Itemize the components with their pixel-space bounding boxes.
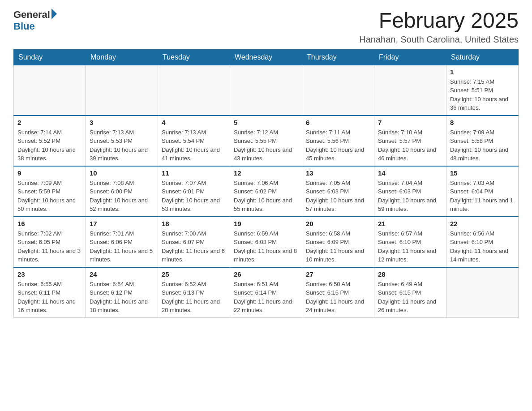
day-info: Sunrise: 6:58 AMSunset: 6:09 PMDaylight:…	[306, 229, 370, 264]
day-info: Sunrise: 7:01 AMSunset: 6:06 PMDaylight:…	[90, 229, 154, 264]
calendar-cell: 17Sunrise: 7:01 AMSunset: 6:06 PMDayligh…	[86, 217, 158, 267]
calendar-cell: 15Sunrise: 7:03 AMSunset: 6:04 PMDayligh…	[446, 166, 519, 217]
location-title: Hanahan, South Carolina, United States	[359, 34, 519, 45]
weekday-header-row: SundayMondayTuesdayWednesdayThursdayFrid…	[14, 49, 519, 65]
day-info: Sunrise: 7:10 AMSunset: 5:57 PMDaylight:…	[378, 128, 442, 163]
logo-blue-text: Blue	[13, 21, 35, 32]
month-title: February 2025	[359, 9, 519, 33]
day-number: 2	[17, 119, 82, 126]
day-number: 27	[306, 270, 370, 278]
day-info: Sunrise: 6:52 AMSunset: 6:13 PMDaylight:…	[162, 280, 226, 315]
calendar-cell: 3Sunrise: 7:13 AMSunset: 5:53 PMDaylight…	[86, 116, 158, 166]
calendar-cell	[302, 65, 374, 116]
calendar-cell	[86, 65, 158, 116]
calendar-cell: 10Sunrise: 7:08 AMSunset: 6:00 PMDayligh…	[86, 166, 158, 217]
page-header: General Blue February 2025 Hanahan, Sout…	[13, 9, 519, 45]
day-info: Sunrise: 7:13 AMSunset: 5:53 PMDaylight:…	[90, 128, 154, 163]
day-number: 23	[17, 270, 82, 278]
calendar-cell: 9Sunrise: 7:09 AMSunset: 5:59 PMDaylight…	[14, 166, 86, 217]
title-area: February 2025 Hanahan, South Carolina, U…	[359, 9, 519, 45]
calendar-week-row: 23Sunrise: 6:55 AMSunset: 6:11 PMDayligh…	[14, 267, 519, 318]
day-number: 20	[306, 220, 370, 227]
calendar-cell: 2Sunrise: 7:14 AMSunset: 5:52 PMDaylight…	[14, 116, 86, 166]
day-number: 5	[234, 119, 298, 126]
day-number: 13	[306, 169, 370, 177]
day-info: Sunrise: 6:51 AMSunset: 6:14 PMDaylight:…	[234, 280, 298, 315]
day-number: 19	[234, 220, 298, 227]
calendar-cell	[230, 65, 302, 116]
day-info: Sunrise: 7:06 AMSunset: 6:02 PMDaylight:…	[234, 179, 298, 214]
day-info: Sunrise: 6:54 AMSunset: 6:12 PMDaylight:…	[90, 280, 154, 315]
day-info: Sunrise: 6:57 AMSunset: 6:10 PMDaylight:…	[378, 229, 442, 264]
calendar-cell: 20Sunrise: 6:58 AMSunset: 6:09 PMDayligh…	[302, 217, 374, 267]
day-info: Sunrise: 7:00 AMSunset: 6:07 PMDaylight:…	[162, 229, 226, 264]
day-info: Sunrise: 7:15 AMSunset: 5:51 PMDaylight:…	[450, 77, 515, 112]
day-number: 15	[450, 169, 515, 177]
day-number: 26	[234, 270, 298, 278]
logo-general-text: General	[13, 9, 50, 21]
day-number: 7	[378, 119, 442, 126]
weekday-header-monday: Monday	[86, 49, 158, 65]
day-number: 1	[450, 68, 515, 76]
calendar-cell: 26Sunrise: 6:51 AMSunset: 6:14 PMDayligh…	[230, 267, 302, 318]
calendar-week-row: 16Sunrise: 7:02 AMSunset: 6:05 PMDayligh…	[14, 217, 519, 267]
logo-arrow-icon	[51, 9, 57, 19]
day-info: Sunrise: 7:09 AMSunset: 5:59 PMDaylight:…	[17, 179, 82, 214]
calendar-cell	[158, 65, 230, 116]
day-info: Sunrise: 7:07 AMSunset: 6:01 PMDaylight:…	[162, 179, 226, 214]
day-number: 28	[378, 270, 442, 278]
weekday-header-sunday: Sunday	[14, 49, 86, 65]
day-number: 3	[90, 119, 154, 126]
calendar-cell: 11Sunrise: 7:07 AMSunset: 6:01 PMDayligh…	[158, 166, 230, 217]
calendar-cell: 8Sunrise: 7:09 AMSunset: 5:58 PMDaylight…	[446, 116, 519, 166]
logo: General Blue	[13, 9, 57, 32]
day-number: 24	[90, 270, 154, 278]
day-number: 17	[90, 220, 154, 227]
calendar-cell: 4Sunrise: 7:13 AMSunset: 5:54 PMDaylight…	[158, 116, 230, 166]
day-number: 14	[378, 169, 442, 177]
calendar-body: 1Sunrise: 7:15 AMSunset: 5:51 PMDaylight…	[14, 65, 519, 317]
day-number: 11	[162, 169, 226, 177]
day-number: 4	[162, 119, 226, 126]
calendar-cell: 7Sunrise: 7:10 AMSunset: 5:57 PMDaylight…	[374, 116, 446, 166]
day-number: 10	[90, 169, 154, 177]
day-info: Sunrise: 7:08 AMSunset: 6:00 PMDaylight:…	[90, 179, 154, 214]
calendar-cell: 23Sunrise: 6:55 AMSunset: 6:11 PMDayligh…	[14, 267, 86, 318]
day-number: 22	[450, 220, 515, 227]
calendar-cell	[14, 65, 86, 116]
calendar-week-row: 2Sunrise: 7:14 AMSunset: 5:52 PMDaylight…	[14, 116, 519, 166]
calendar-cell: 25Sunrise: 6:52 AMSunset: 6:13 PMDayligh…	[158, 267, 230, 318]
calendar-cell: 22Sunrise: 6:56 AMSunset: 6:10 PMDayligh…	[446, 217, 519, 267]
calendar-cell: 28Sunrise: 6:49 AMSunset: 6:15 PMDayligh…	[374, 267, 446, 318]
weekday-header-thursday: Thursday	[302, 49, 374, 65]
day-number: 25	[162, 270, 226, 278]
calendar-cell: 5Sunrise: 7:12 AMSunset: 5:55 PMDaylight…	[230, 116, 302, 166]
calendar-cell: 21Sunrise: 6:57 AMSunset: 6:10 PMDayligh…	[374, 217, 446, 267]
day-number: 12	[234, 169, 298, 177]
calendar-cell: 12Sunrise: 7:06 AMSunset: 6:02 PMDayligh…	[230, 166, 302, 217]
calendar-cell: 27Sunrise: 6:50 AMSunset: 6:15 PMDayligh…	[302, 267, 374, 318]
day-info: Sunrise: 7:11 AMSunset: 5:56 PMDaylight:…	[306, 128, 370, 163]
calendar-cell: 6Sunrise: 7:11 AMSunset: 5:56 PMDaylight…	[302, 116, 374, 166]
day-info: Sunrise: 7:13 AMSunset: 5:54 PMDaylight:…	[162, 128, 226, 163]
day-info: Sunrise: 7:12 AMSunset: 5:55 PMDaylight:…	[234, 128, 298, 163]
day-info: Sunrise: 7:03 AMSunset: 6:04 PMDaylight:…	[450, 179, 515, 214]
calendar-header: SundayMondayTuesdayWednesdayThursdayFrid…	[14, 49, 519, 65]
calendar-cell: 14Sunrise: 7:04 AMSunset: 6:03 PMDayligh…	[374, 166, 446, 217]
day-info: Sunrise: 7:04 AMSunset: 6:03 PMDaylight:…	[378, 179, 442, 214]
day-info: Sunrise: 7:14 AMSunset: 5:52 PMDaylight:…	[17, 128, 82, 163]
calendar-cell: 1Sunrise: 7:15 AMSunset: 5:51 PMDaylight…	[446, 65, 519, 116]
calendar-cell: 13Sunrise: 7:05 AMSunset: 6:03 PMDayligh…	[302, 166, 374, 217]
day-number: 16	[17, 220, 82, 227]
day-number: 6	[306, 119, 370, 126]
day-number: 9	[17, 169, 82, 177]
day-number: 21	[378, 220, 442, 227]
calendar-table: SundayMondayTuesdayWednesdayThursdayFrid…	[13, 49, 519, 318]
day-info: Sunrise: 6:59 AMSunset: 6:08 PMDaylight:…	[234, 229, 298, 264]
calendar-cell	[446, 267, 519, 318]
day-info: Sunrise: 7:09 AMSunset: 5:58 PMDaylight:…	[450, 128, 515, 163]
calendar-week-row: 9Sunrise: 7:09 AMSunset: 5:59 PMDaylight…	[14, 166, 519, 217]
calendar-cell: 18Sunrise: 7:00 AMSunset: 6:07 PMDayligh…	[158, 217, 230, 267]
day-number: 8	[450, 119, 515, 126]
day-info: Sunrise: 7:05 AMSunset: 6:03 PMDaylight:…	[306, 179, 370, 214]
